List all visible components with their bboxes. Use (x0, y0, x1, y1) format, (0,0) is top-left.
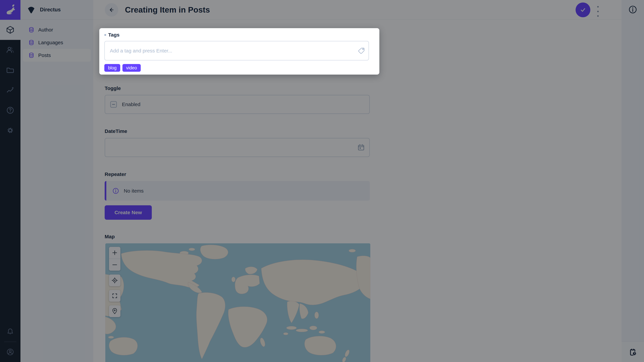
tag-chip[interactable]: blog (104, 64, 120, 72)
tag-chip-list: blog video (104, 64, 374, 72)
tag-icon-glyph (358, 47, 365, 54)
app-window: Directus Author Languages (0, 0, 644, 362)
tag-icon (358, 47, 365, 54)
tags-input[interactable] (104, 41, 369, 60)
tags-field-card: Tags blog video (99, 28, 379, 75)
tag-chip[interactable]: video (122, 64, 141, 72)
tags-field-label: Tags (108, 32, 120, 38)
edited-indicator-dot (104, 34, 106, 36)
